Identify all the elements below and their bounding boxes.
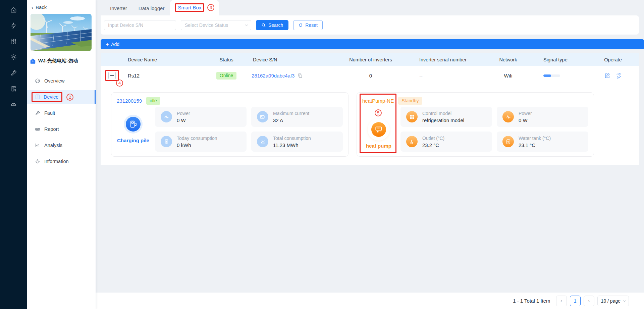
annotation-box-toggle	[105, 70, 119, 81]
stat-label: Water tank (°C)	[519, 136, 551, 141]
device-status-select[interactable]: Select Device Status	[181, 20, 251, 30]
gear-icon[interactable]	[0, 49, 27, 65]
column-inverter-serial: Inverter serial number	[402, 57, 485, 62]
search-panel: Select Device Status Search Reset	[101, 15, 639, 35]
device-sn-link[interactable]: 28162a09dabc4af3	[252, 73, 294, 79]
collapse-row-button[interactable]	[108, 72, 116, 79]
sidebar-menu: Overview Device 2 Fault Report Analysis	[27, 74, 96, 168]
copy-icon[interactable]	[298, 73, 303, 78]
stat-outlet-temp: Outlet (°C)23.2 °C	[400, 132, 492, 152]
pagination-summary: 1 - 1 Total 1 Item	[513, 298, 550, 304]
sidebar-item-label: Device	[44, 94, 58, 100]
refresh-icon	[298, 23, 303, 28]
stat-label: Outlet (°C)	[422, 136, 444, 141]
station-photo	[31, 14, 92, 51]
column-signal-type: Signal type	[532, 57, 587, 62]
tab-data-logger[interactable]: Data logger	[133, 1, 170, 15]
page-size-select[interactable]: 10 / page	[597, 296, 629, 306]
chevron-left-icon: ‹	[560, 298, 562, 304]
device-id-label: heatPump-NE	[362, 98, 394, 104]
wrench-icon[interactable]	[0, 65, 27, 81]
file-search-icon[interactable]	[0, 81, 27, 97]
grid-mode-icon	[406, 111, 418, 122]
sidebar-item-label: Analysis	[44, 143, 62, 148]
status-badge: Standby	[398, 97, 422, 105]
sidebar-item-label: Report	[44, 126, 59, 132]
operate-cell	[587, 73, 639, 79]
device-sn-input[interactable]	[104, 20, 176, 30]
siren-icon	[257, 136, 268, 147]
search-button[interactable]: Search	[256, 20, 288, 30]
inverter-count-cell: 0	[339, 73, 402, 79]
stat-value: 0 kWh	[177, 142, 217, 148]
next-page-button[interactable]: ›	[584, 296, 594, 306]
sliders-icon[interactable]	[0, 34, 27, 49]
device-card-charging-pile: 231200159 idle Charging pile	[111, 92, 348, 157]
signal-strength-fill	[543, 74, 551, 77]
device-id-link[interactable]: 231200159	[117, 98, 142, 104]
device-type-column: Charging pile	[111, 107, 155, 152]
current-meter-icon	[257, 111, 268, 122]
search-icon	[261, 23, 266, 28]
tab-label: Data logger	[139, 5, 165, 11]
column-number-of-inverters: Number of inverters	[339, 57, 402, 62]
sidebar-item-report[interactable]: Report	[27, 122, 96, 136]
charger-small-icon	[161, 136, 172, 147]
back-label: Back	[36, 4, 47, 10]
gauge-icon[interactable]	[0, 97, 27, 112]
stat-value: 23.1 °C	[519, 142, 551, 148]
icon-rail	[0, 0, 27, 309]
back-button[interactable]: ‹ Back	[27, 0, 96, 10]
annotation-badge-5: 5	[375, 109, 382, 116]
tab-label: Smart Box	[178, 5, 201, 10]
expanded-row: 231200159 idle Charging pile	[101, 85, 639, 165]
reset-button[interactable]: Reset	[293, 20, 323, 30]
station-sidebar: ‹ Back	[27, 0, 96, 309]
page-1-button[interactable]: 1	[570, 296, 581, 306]
stat-control-model: Control modelrefrigeration model	[400, 107, 492, 127]
stat-grid: Power0 W Maximum current32 A Today consu…	[155, 107, 343, 152]
sidebar-item-device[interactable]: Device 2	[27, 90, 96, 104]
sidebar-item-information[interactable]: Information	[27, 155, 96, 168]
prev-page-button[interactable]: ‹	[556, 296, 567, 306]
annotation-box-device: Device	[32, 92, 62, 102]
stat-label: Power	[177, 111, 190, 116]
tab-inverter[interactable]: Inverter	[104, 1, 133, 15]
status-badge: Online	[216, 72, 236, 80]
column-device-name: Device Name	[119, 57, 201, 62]
stat-value: refrigeration model	[422, 117, 464, 123]
card-body: Charging pile Power0 W Maximum current32…	[111, 107, 343, 152]
tab-smart-box[interactable]: Smart Box 3	[170, 0, 219, 15]
card-header: heatPump-NE Standby	[357, 97, 588, 105]
column-operate: Operate	[587, 57, 639, 62]
annotation-box-smart-box: Smart Box	[175, 3, 204, 12]
chevron-down-icon	[623, 299, 626, 302]
heat-pump-icon	[369, 120, 388, 139]
annotation-badge-2: 2	[66, 94, 73, 101]
device-type-tabs: Inverter Data logger Smart Box 3	[96, 0, 644, 15]
dashboard-icon	[35, 78, 40, 84]
sidebar-item-overview[interactable]: Overview	[27, 74, 96, 88]
sidebar-item-analysis[interactable]: Analysis	[27, 139, 96, 152]
chevron-down-icon	[245, 23, 248, 26]
stat-power: Power0 W	[155, 107, 247, 127]
sidebar-item-fault[interactable]: Fault	[27, 106, 96, 120]
unbind-link-icon[interactable]	[616, 73, 622, 79]
fault-wrench-icon	[35, 110, 40, 116]
stat-today-consumption: Today consumption0 kWh	[155, 132, 247, 152]
add-button[interactable]: + Add	[101, 39, 644, 49]
home-icon[interactable]	[0, 2, 27, 18]
stat-value: 0 W	[177, 117, 190, 123]
information-gear-icon	[35, 159, 40, 164]
table-header: Device Name Status Device S/N Number of …	[101, 53, 639, 66]
card-header: 231200159 idle	[111, 97, 343, 105]
sidebar-item-label: Overview	[44, 78, 64, 84]
device-sn-cell: 28162a09dabc4af3	[252, 73, 339, 79]
device-list-icon	[35, 94, 40, 100]
edit-icon[interactable]	[604, 73, 610, 79]
station-house-icon	[30, 58, 36, 64]
analysis-chart-icon	[35, 143, 40, 148]
column-status: Status	[201, 57, 252, 62]
bolt-icon[interactable]	[0, 18, 27, 34]
pagination-bar: 1 - 1 Total 1 Item ‹ 1 › 10 / page	[96, 293, 644, 309]
